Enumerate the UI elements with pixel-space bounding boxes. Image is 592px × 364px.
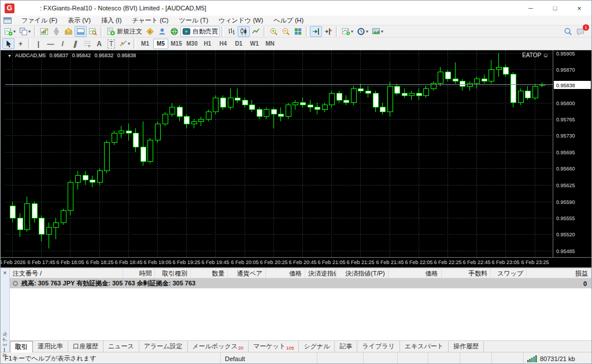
symbol-collapse-icon[interactable]: ▼ xyxy=(8,54,12,58)
terminal-tab-7[interactable]: シグナル xyxy=(299,341,335,352)
toolbar-separator xyxy=(101,27,103,36)
chart-shift-button[interactable] xyxy=(322,26,334,37)
svg-text:0.95660: 0.95660 xyxy=(556,166,575,172)
zoom-in-button[interactable] xyxy=(268,26,280,37)
terminal-toggle-button[interactable] xyxy=(75,26,87,37)
menu-item-4[interactable]: ツール (T) xyxy=(173,16,213,25)
autotrading-button[interactable]: 自動売買 xyxy=(180,26,220,37)
toolbar-separator xyxy=(34,27,36,36)
terminal-tab-11[interactable]: 操作履歴 xyxy=(449,341,484,352)
trendline-tool-button[interactable]: / xyxy=(57,38,69,49)
chart-area[interactable]: 0.959050.958700.958350.958000.957650.957… xyxy=(1,50,591,268)
column-header-9[interactable]: 手数料 xyxy=(442,269,491,278)
market-watch-button[interactable] xyxy=(38,26,50,37)
column-header-3[interactable]: 数量 xyxy=(191,269,228,278)
chart-window-icon[interactable] xyxy=(3,17,12,24)
timeframe-mn-button[interactable]: MN xyxy=(262,39,278,49)
label-tool-button[interactable]: T xyxy=(105,38,117,49)
timeframe-h4-button[interactable]: H4 xyxy=(216,39,231,49)
terminal-tab-6[interactable]: マーケット105 xyxy=(249,341,299,352)
svg-text:0.95765: 0.95765 xyxy=(556,117,575,122)
new-chart-button[interactable]: ▾ xyxy=(2,26,17,37)
terminal-tab-10[interactable]: エキスパート xyxy=(400,341,449,352)
column-header-7[interactable]: 決済指値(T/P) xyxy=(336,269,388,278)
periods-button[interactable]: ▾ xyxy=(355,26,370,37)
menu-item-2[interactable]: 挿入 (I) xyxy=(96,16,127,25)
auto-scroll-button[interactable] xyxy=(310,26,322,37)
status-bar: F1キーでヘルプが表示されます Default 80731/21 kb xyxy=(1,352,591,364)
column-header-0[interactable]: 注文番号 / xyxy=(10,269,123,278)
column-header-6[interactable]: 決済逆指値(S/... xyxy=(305,269,336,278)
terminal-tab-1[interactable]: 運用比率 xyxy=(33,341,68,352)
status-cell xyxy=(492,352,524,364)
terminal-tab-4[interactable]: アラーム設定 xyxy=(139,341,188,352)
autotrading-label: 自動売買 xyxy=(193,27,218,36)
balance-row[interactable]: 残高: 305 763 JPY 有効証拠金: 305 763 余剰証拠金: 30… xyxy=(10,278,591,288)
column-header-2[interactable]: 取引種別 xyxy=(155,269,191,278)
chart-bars-button[interactable] xyxy=(225,26,238,37)
terminal-tab-0[interactable]: 取引 xyxy=(10,341,33,352)
timeframe-h1-button[interactable]: H1 xyxy=(200,39,215,49)
menu-item-6[interactable]: ヘルプ (H) xyxy=(268,16,309,25)
column-header-1[interactable]: 時間 xyxy=(123,269,156,278)
menu-item-5[interactable]: ウィンドウ (W) xyxy=(213,16,268,25)
chart-ohlc-readout: ▼ AUDCAD,M5 0.95837 0.95842 0.95832 0.95… xyxy=(8,53,138,58)
fibonacci-tool-button[interactable]: F xyxy=(81,38,93,49)
terminal-tab-8[interactable]: 記事 xyxy=(335,341,357,352)
column-header-8[interactable]: 価格 xyxy=(388,269,442,278)
vertical-line-tool-button[interactable]: | xyxy=(32,38,45,49)
timeframe-d1-button[interactable]: D1 xyxy=(231,39,246,49)
svg-text:6 Feb 21:45: 6 Feb 21:45 xyxy=(376,259,404,265)
minimize-button[interactable]: ─ xyxy=(519,1,543,16)
svg-text:6 Feb 21:25: 6 Feb 21:25 xyxy=(346,259,374,265)
navigator-button[interactable] xyxy=(62,26,75,37)
svg-text:0.95838: 0.95838 xyxy=(556,83,575,88)
status-profile[interactable]: Default xyxy=(221,352,317,364)
text-tool-button[interactable]: A xyxy=(93,38,105,49)
terminal-tab-2[interactable]: 口座履歴 xyxy=(68,341,103,352)
community-button[interactable] xyxy=(156,26,168,37)
timeframe-m5-button[interactable]: M5 xyxy=(153,39,168,49)
status-help-text: F1キーでヘルプが表示されます xyxy=(1,352,221,364)
svg-text:6 Feb 2026: 6 Feb 2026 xyxy=(1,259,25,265)
cursor-tool-button[interactable] xyxy=(2,38,14,49)
timeframe-w1-button[interactable]: W1 xyxy=(247,39,262,49)
close-button[interactable]: × xyxy=(567,1,591,16)
channel-tool-button[interactable]: ∥ xyxy=(69,38,81,49)
strategy-tester-button[interactable] xyxy=(87,26,99,37)
column-header-11[interactable]: 損益 xyxy=(527,269,591,278)
search-button[interactable] xyxy=(562,26,574,37)
tile-windows-button[interactable] xyxy=(292,26,304,37)
news-button[interactable] xyxy=(168,26,180,37)
menu-item-3[interactable]: チャート (C) xyxy=(127,16,173,25)
terminal-tab-3[interactable]: ニュース xyxy=(103,341,139,352)
column-header-5[interactable]: 価格 xyxy=(266,269,305,278)
column-header-10[interactable]: スワップ xyxy=(491,269,527,278)
timeframe-m15-button[interactable]: M15 xyxy=(169,39,184,49)
horizontal-line-tool-button[interactable]: — xyxy=(45,38,57,49)
menu-item-1[interactable]: 表示 (V) xyxy=(62,16,96,25)
terminal-close-icon[interactable]: × xyxy=(3,270,7,276)
crosshair-tool-button[interactable]: + xyxy=(14,38,27,49)
expert-advisor-label[interactable]: EATOP ☺ xyxy=(522,52,549,58)
timeframe-m30-button[interactable]: M30 xyxy=(184,39,199,49)
column-header-4[interactable]: 通貨ペア xyxy=(228,269,266,278)
timeframe-m1-button[interactable]: M1 xyxy=(138,39,153,49)
notifications-button[interactable]: 1 xyxy=(574,26,587,37)
zoom-out-button[interactable] xyxy=(280,26,292,37)
arrows-tool-button[interactable]: ▾ xyxy=(117,38,132,49)
new-order-button[interactable]: 新規注文 xyxy=(105,26,144,37)
candlestick-chart[interactable]: 0.959050.958700.958350.958000.957650.957… xyxy=(1,50,592,268)
templates-button[interactable]: ▾ xyxy=(370,26,385,37)
indicators-button[interactable]: ▾ xyxy=(340,26,355,37)
menu-item-0[interactable]: ファイル (F) xyxy=(16,16,62,25)
data-window-button[interactable] xyxy=(50,26,62,37)
orders-table-body[interactable] xyxy=(10,288,591,340)
chart-line-button[interactable] xyxy=(250,26,262,37)
profiles-button[interactable]: ▾ xyxy=(17,26,32,37)
chart-candles-button[interactable] xyxy=(238,26,250,37)
metaeditor-button[interactable]: e xyxy=(144,26,156,37)
maximize-button[interactable]: □ xyxy=(543,1,567,16)
terminal-tab-5[interactable]: メールボックス20 xyxy=(188,341,249,352)
terminal-tab-9[interactable]: ライブラリ xyxy=(357,341,399,352)
